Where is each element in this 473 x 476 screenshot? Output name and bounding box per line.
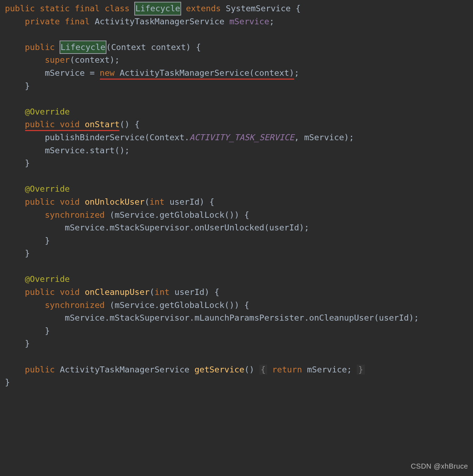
code-line: public void onStart() {: [5, 119, 140, 129]
code-line: mService.mStackSupervisor.mLaunchParamsP…: [5, 313, 419, 323]
assign-lhs: mService =: [45, 68, 100, 78]
code-line: }: [5, 326, 50, 336]
code-line: publishBinderService(Context.ACTIVITY_TA…: [5, 132, 354, 142]
keyword-super: super: [45, 55, 70, 65]
params: (Context context) {: [106, 42, 201, 52]
brace: }: [25, 248, 30, 258]
code-line: public static final class Lifecycle exte…: [5, 4, 301, 13]
keyword-static: static: [40, 4, 70, 13]
brace: }: [45, 236, 50, 246]
params: userId) {: [170, 287, 219, 297]
brace-close: }: [357, 365, 364, 375]
constructor-name-highlight: Lifecycle: [60, 41, 106, 54]
code-line: }: [5, 236, 50, 246]
return-type: ActivityTaskManagerService: [60, 365, 190, 375]
brace: }: [45, 326, 50, 336]
call: mService.mStackSupervisor.onUserUnlocked…: [65, 223, 309, 233]
code-line: public ActivityTaskManagerService getSer…: [5, 365, 365, 375]
keyword-void: void: [60, 287, 80, 297]
method-rest: () {: [119, 119, 140, 129]
code-line: }: [5, 158, 30, 168]
keyword-void: void: [60, 119, 80, 129]
code-line: super(context);: [5, 55, 119, 65]
super-class: SystemService: [226, 4, 291, 13]
code-line: private final ActivityTaskManagerService…: [5, 17, 274, 26]
code-line: }: [5, 248, 30, 258]
brace: }: [25, 158, 30, 168]
code-line: @Override: [5, 184, 70, 194]
semi: ;: [294, 68, 299, 78]
keyword-private: private: [25, 17, 60, 26]
code-line: }: [5, 377, 10, 387]
keyword-int: int: [149, 197, 164, 207]
method-name: onStart: [85, 119, 119, 129]
method-name: onUnlockUser: [85, 197, 145, 207]
sync-expr: (mService.getGlobalLock()) {: [105, 210, 249, 220]
keyword-int: int: [154, 287, 169, 297]
brace-open: {: [259, 365, 267, 375]
code-block: public static final class Lifecycle exte…: [0, 0, 473, 391]
paren: (: [145, 197, 149, 207]
code-line: mService = new ActivityTaskManagerServic…: [5, 68, 299, 78]
method-name: getService: [195, 365, 244, 375]
code-line: public Lifecycle(Context context) {: [5, 42, 201, 52]
keyword-void: void: [60, 197, 80, 207]
brace: }: [5, 377, 10, 387]
keyword-public: public: [25, 197, 55, 207]
keyword-return: return: [267, 365, 307, 375]
class-name-highlight: Lifecycle: [135, 2, 181, 15]
sync-expr: (mService.getGlobalLock()) {: [105, 300, 249, 310]
code-line: synchronized (mService.getGlobalLock()) …: [5, 210, 249, 220]
constructor-call: ActivityTaskManagerService(context): [115, 68, 294, 78]
annotation-override: @Override: [25, 274, 70, 284]
call: mService.start();: [45, 146, 130, 155]
type: ActivityTaskManagerService: [95, 17, 225, 26]
keyword-extends: extends: [186, 4, 221, 13]
keyword-synchronized: synchronized: [45, 300, 105, 310]
brace: {: [296, 4, 301, 13]
params: userId) {: [165, 197, 214, 207]
keyword-new: new: [100, 68, 115, 78]
keyword-class: class: [105, 4, 130, 13]
annotation-override: @Override: [25, 184, 70, 194]
code-line: public void onUnlockUser(int userId) {: [5, 197, 214, 207]
method-rest: (): [244, 365, 259, 375]
keyword-public: public: [25, 365, 55, 375]
keyword-public: public: [25, 119, 55, 129]
keyword-synchronized: synchronized: [45, 210, 105, 220]
keyword-public: public: [25, 42, 55, 52]
code-line: @Override: [5, 274, 70, 284]
call: publishBinderService(Context.: [45, 132, 189, 142]
constant: ACTIVITY_TASK_SERVICE: [190, 132, 294, 142]
call: (context);: [70, 55, 119, 65]
call: mService.mStackSupervisor.mLaunchParamsP…: [65, 313, 419, 323]
semi: ;: [269, 17, 274, 26]
brace: }: [25, 81, 30, 91]
keyword-public: public: [5, 4, 35, 13]
keyword-public: public: [25, 287, 55, 297]
code-line: @Override: [5, 107, 70, 117]
code-line: public void onCleanupUser(int userId) {: [5, 287, 219, 297]
field-name: mService: [229, 17, 269, 26]
code-line: mService.mStackSupervisor.onUserUnlocked…: [5, 223, 309, 233]
code-line: }: [5, 81, 30, 91]
code-line: synchronized (mService.getGlobalLock()) …: [5, 300, 249, 310]
code-line: mService.start();: [5, 146, 130, 155]
keyword-final: final: [65, 17, 90, 26]
method-name: onCleanupUser: [85, 287, 149, 297]
paren: (: [149, 287, 154, 297]
keyword-final: final: [75, 4, 100, 13]
call-rest: , mService);: [294, 132, 354, 142]
code-line: }: [5, 339, 30, 348]
brace: }: [25, 339, 30, 348]
watermark-text: CSDN @xhBruce: [411, 462, 468, 470]
annotation-override: @Override: [25, 107, 70, 117]
return-expr: mService;: [307, 365, 357, 375]
